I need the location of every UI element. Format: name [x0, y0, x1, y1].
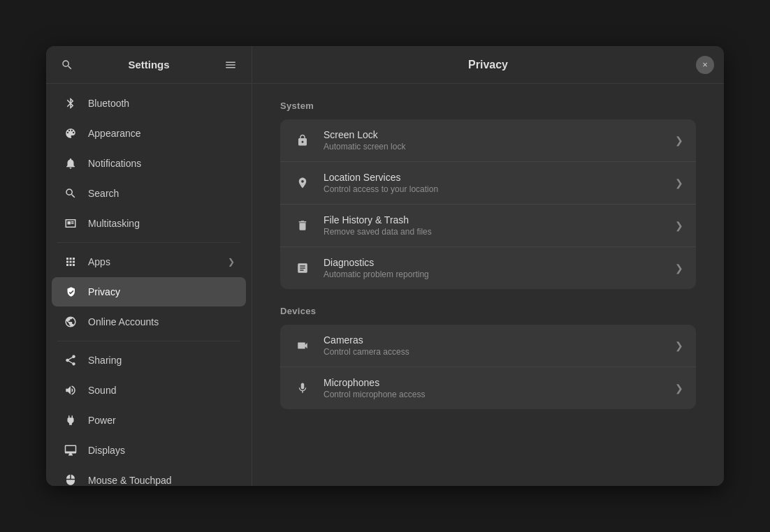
- sidebar-title: Settings: [77, 59, 221, 71]
- row-chevron-icon: ❯: [675, 135, 683, 146]
- row-subtitle-location-services: Control access to your location: [324, 184, 675, 194]
- sidebar-item-bluetooth[interactable]: Bluetooth: [52, 89, 246, 118]
- settings-row-location-services[interactable]: Location ServicesControl access to your …: [280, 162, 696, 205]
- sidebar-item-online-accounts[interactable]: Online Accounts: [52, 307, 246, 337]
- row-text-cameras: CamerasControl camera access: [324, 334, 675, 357]
- sidebar-item-label-online-accounts: Online Accounts: [88, 316, 235, 327]
- mouse-icon: [63, 473, 78, 486]
- location-icon: [293, 173, 312, 193]
- sidebar-separator: [57, 341, 240, 341]
- apps-icon: [63, 254, 78, 269]
- main-body: SystemScreen LockAutomatic screen lock❯L…: [252, 84, 724, 486]
- row-text-screen-lock: Screen LockAutomatic screen lock: [324, 129, 675, 152]
- sidebar-header: Settings: [46, 46, 252, 84]
- sidebar-item-label-bluetooth: Bluetooth: [88, 98, 235, 109]
- sidebar-item-label-notifications: Notifications: [88, 158, 235, 169]
- lock-icon: [293, 131, 312, 150]
- sidebar-items-list: BluetoothAppearanceNotificationsSearchMu…: [46, 84, 252, 486]
- settings-row-cameras[interactable]: CamerasControl camera access❯: [280, 325, 696, 367]
- sidebar-item-privacy[interactable]: Privacy: [52, 277, 246, 306]
- settings-row-screen-lock[interactable]: Screen LockAutomatic screen lock❯: [280, 119, 696, 162]
- power-icon: [63, 413, 78, 428]
- sharing-icon: [63, 353, 78, 368]
- search-button[interactable]: [57, 55, 77, 75]
- displays-icon: [63, 443, 78, 458]
- row-text-file-history: File History & TrashRemove saved data an…: [324, 214, 675, 237]
- sidebar-item-label-displays: Displays: [88, 445, 235, 456]
- sidebar-item-sound[interactable]: Sound: [52, 376, 246, 405]
- row-title-location-services: Location Services: [324, 172, 675, 183]
- appearance-icon: [63, 126, 78, 141]
- main-content: Privacy × SystemScreen LockAutomatic scr…: [252, 46, 724, 486]
- sound-icon: [63, 383, 78, 398]
- trash-icon: [293, 216, 312, 235]
- sidebar-item-mouse-touchpad[interactable]: Mouse & Touchpad: [52, 466, 246, 486]
- row-subtitle-screen-lock: Automatic screen lock: [324, 142, 675, 152]
- row-chevron-icon: ❯: [675, 263, 683, 274]
- settings-row-file-history[interactable]: File History & TrashRemove saved data an…: [280, 205, 696, 247]
- row-title-diagnostics: Diagnostics: [324, 257, 675, 268]
- sidebar-item-search[interactable]: Search: [52, 179, 246, 208]
- row-title-screen-lock: Screen Lock: [324, 129, 675, 140]
- multitasking-icon: [63, 216, 78, 231]
- row-subtitle-diagnostics: Automatic problem reporting: [324, 269, 675, 279]
- row-chevron-icon: ❯: [675, 177, 683, 189]
- online-accounts-icon: [63, 314, 78, 330]
- settings-window: Settings BluetoothAppearanceNotification…: [46, 46, 724, 486]
- sidebar-item-label-mouse-touchpad: Mouse & Touchpad: [88, 475, 235, 486]
- sidebar-item-multitasking[interactable]: Multitasking: [52, 209, 246, 238]
- sidebar-item-label-sound: Sound: [88, 385, 235, 396]
- row-title-file-history: File History & Trash: [324, 214, 675, 226]
- row-chevron-icon: ❯: [675, 383, 683, 394]
- diagnostics-icon: [293, 258, 312, 278]
- search-icon: [63, 186, 78, 201]
- main-header: Privacy ×: [252, 46, 724, 84]
- menu-button[interactable]: [221, 55, 240, 75]
- sidebar-separator: [57, 242, 240, 243]
- sidebar-item-label-power: Power: [88, 415, 235, 426]
- settings-group-devices: CamerasControl camera access❯Microphones…: [280, 325, 696, 409]
- row-chevron-icon: ❯: [675, 220, 683, 231]
- settings-row-microphones[interactable]: MicrophonesControl microphone access❯: [280, 367, 696, 409]
- sidebar-item-notifications[interactable]: Notifications: [52, 149, 246, 178]
- sidebar-item-displays[interactable]: Displays: [52, 436, 246, 465]
- row-title-cameras: Cameras: [324, 334, 675, 346]
- section-title-devices: Devices: [280, 306, 696, 316]
- row-title-microphones: Microphones: [324, 377, 675, 388]
- sidebar-item-appearance[interactable]: Appearance: [52, 119, 246, 148]
- sidebar-item-sharing[interactable]: Sharing: [52, 346, 246, 375]
- sidebar-item-apps[interactable]: Apps❯: [52, 247, 246, 276]
- settings-row-diagnostics[interactable]: DiagnosticsAutomatic problem reporting❯: [280, 247, 696, 289]
- sidebar-item-label-sharing: Sharing: [88, 355, 235, 366]
- section-title-system: System: [280, 101, 696, 111]
- row-chevron-icon: ❯: [675, 340, 683, 351]
- sidebar: Settings BluetoothAppearanceNotification…: [46, 46, 252, 486]
- main-title: Privacy: [468, 59, 508, 71]
- row-subtitle-cameras: Control camera access: [324, 347, 675, 357]
- sidebar-item-label-apps: Apps: [88, 256, 228, 267]
- row-text-microphones: MicrophonesControl microphone access: [324, 377, 675, 399]
- row-subtitle-file-history: Remove saved data and files: [324, 227, 675, 237]
- sidebar-item-label-search: Search: [88, 188, 235, 199]
- sidebar-item-label-privacy: Privacy: [88, 286, 235, 297]
- sidebar-item-power[interactable]: Power: [52, 406, 246, 435]
- close-button[interactable]: ×: [696, 56, 714, 74]
- chevron-right-icon: ❯: [228, 257, 235, 267]
- camera-icon: [293, 336, 312, 355]
- microphone-icon: [293, 378, 312, 398]
- settings-group-system: Screen LockAutomatic screen lock❯Locatio…: [280, 119, 696, 289]
- bluetooth-icon: [63, 96, 78, 111]
- row-text-location-services: Location ServicesControl access to your …: [324, 172, 675, 194]
- row-text-diagnostics: DiagnosticsAutomatic problem reporting: [324, 257, 675, 279]
- notifications-icon: [63, 156, 78, 171]
- sidebar-item-label-multitasking: Multitasking: [88, 218, 235, 229]
- sidebar-item-label-appearance: Appearance: [88, 128, 235, 139]
- privacy-icon: [63, 284, 78, 300]
- row-subtitle-microphones: Control microphone access: [324, 390, 675, 399]
